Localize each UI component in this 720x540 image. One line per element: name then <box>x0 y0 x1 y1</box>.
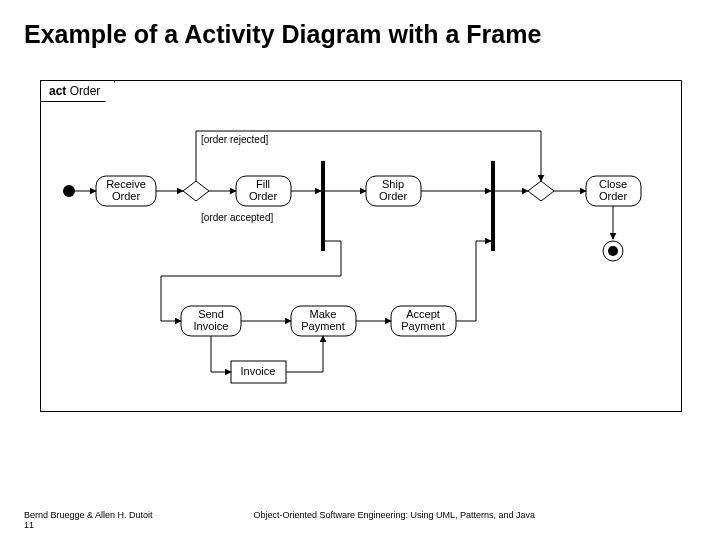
activity-receive-label1: Receive <box>106 178 146 190</box>
activity-fill-label2: Order <box>249 190 277 202</box>
activity-make-payment-label2: Payment <box>301 320 344 332</box>
decision-node <box>183 181 209 201</box>
activity-close-label1: Close <box>599 178 627 190</box>
join-bar <box>491 161 495 251</box>
activity-close-label2: Order <box>599 190 627 202</box>
activity-make-payment-label1: Make <box>310 308 337 320</box>
page-title: Example of a Activity Diagram with a Fra… <box>24 20 541 49</box>
activity-diagram-svg: Receive Order [order rejected] [order ac… <box>41 81 681 411</box>
activity-accept-payment-label1: Accept <box>406 308 440 320</box>
final-node-inner <box>608 246 618 256</box>
merge-node <box>528 181 554 201</box>
activity-send-invoice-label2: Invoice <box>194 320 229 332</box>
guard-rejected: [order rejected] <box>201 134 268 145</box>
flow <box>456 241 491 321</box>
guard-accepted: [order accepted] <box>201 212 273 223</box>
object-invoice-label: Invoice <box>241 365 276 377</box>
activity-receive-label2: Order <box>112 190 140 202</box>
initial-node <box>63 185 75 197</box>
activity-accept-payment-label2: Payment <box>401 320 444 332</box>
footer-page: 11 <box>24 520 34 530</box>
footer: Bernd Bruegge & Allen H. Dutoit 11 Objec… <box>24 510 696 530</box>
activity-fill-label1: Fill <box>256 178 270 190</box>
footer-book: Object-Oriented Software Engineering: Us… <box>153 510 636 520</box>
flow <box>286 336 323 372</box>
footer-authors: Bernd Bruegge & Allen H. Dutoit <box>24 510 153 520</box>
activity-ship-label1: Ship <box>382 178 404 190</box>
flow <box>211 336 231 372</box>
activity-send-invoice-label1: Send <box>198 308 224 320</box>
fork-bar <box>321 161 325 251</box>
diagram-frame: act Order Receive Order [order rejected]… <box>40 80 682 412</box>
activity-ship-label2: Order <box>379 190 407 202</box>
